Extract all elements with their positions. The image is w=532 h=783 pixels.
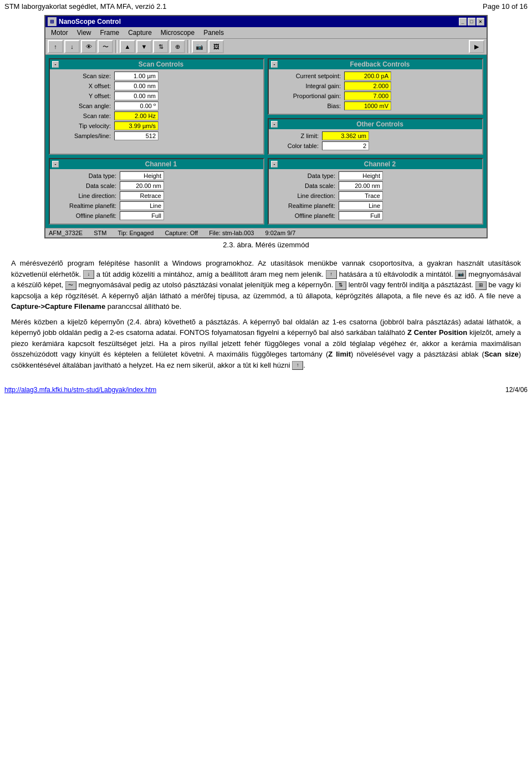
footer-url[interactable]: http://alag3.mfa.kfki.hu/stm-stud/Labgya… [4, 386, 156, 394]
other-minimize-btn[interactable]: - [271, 121, 278, 128]
ch2-minimize-btn[interactable]: - [271, 161, 278, 167]
feedback-minimize-btn[interactable]: - [271, 61, 278, 68]
ch1-value-0[interactable]: Height [120, 171, 164, 180]
ch2-value-2[interactable]: Trace [339, 191, 383, 200]
scan-value-3[interactable]: 0.00 º [114, 101, 158, 110]
feedback-value-2[interactable]: 7.000 [344, 91, 391, 100]
page-header: STM laborgyakorlat segédlet, MTA MFA, ve… [0, 0, 532, 13]
feedback-controls-body: Current setpoint: 200.0 pA Integral gain… [269, 69, 482, 114]
channel1-body: Data type: Height Data scale: 20.00 nm L… [50, 169, 263, 223]
channel1-header: - Channel 1 [50, 159, 263, 169]
toolbar-btn-right[interactable]: ▶ [469, 40, 484, 53]
status-bar: AFM_3732E STM Tip: Engaged Capture: Off … [45, 228, 487, 237]
menu-frame[interactable]: Frame [95, 28, 124, 38]
ch2-value-1[interactable]: 20.00 nm [339, 181, 383, 190]
toolbar-separator-2 [187, 40, 190, 53]
ch2-label-4: Offline planefit: [272, 212, 339, 219]
app-icon: ⊞ [48, 17, 57, 26]
toolbar-btn-1[interactable]: ↑ [48, 40, 63, 53]
ch1-row-4: Offline planefit: Full [53, 211, 260, 220]
toolbar-btn-wave[interactable]: 〜 [98, 40, 113, 53]
toolbar-btn-image[interactable]: 🖼 [208, 40, 224, 53]
freeze-icon: ⊞ [475, 281, 487, 290]
ch1-row-1: Data scale: 20.00 nm [53, 181, 260, 190]
scan-value-4[interactable]: 2.00 Hz [114, 111, 158, 120]
scan-minimize-btn[interactable]: - [52, 61, 59, 68]
menu-panels[interactable]: Panels [199, 28, 228, 38]
maximize-button[interactable]: □ [468, 18, 475, 26]
status-time: 9:02am 9/7 [265, 230, 295, 236]
ch1-row-3: Realtime planefit: Line [53, 201, 260, 210]
minimize-button[interactable]: _ [459, 18, 467, 26]
doc-body: A mérésvezérlõ program felépítése hasonl… [0, 253, 532, 379]
menu-capture[interactable]: Capture [124, 28, 156, 38]
scan-value-5[interactable]: 3.99 µm/s [114, 121, 158, 130]
window-title: NanoScope Control [59, 18, 121, 26]
paragraph-2: Mérés közben a kijelzõ képernyõn (2.4. á… [11, 317, 521, 371]
ch2-row-1: Data scale: 20.00 nm [272, 181, 479, 190]
other-value-0[interactable]: 3.362 um [322, 131, 369, 140]
channel1-panel: - Channel 1 Data type: Height Data scale… [49, 158, 264, 225]
feedback-controls-title: Feedback Controls [280, 60, 480, 68]
ch1-label-0: Data type: [53, 172, 120, 179]
ch1-value-2[interactable]: Retrace [120, 191, 164, 200]
status-file: File: stm-lab.003 [209, 230, 254, 236]
other-label-0: Z limit: [272, 133, 322, 139]
scan-value-6[interactable]: 512 [114, 131, 158, 140]
menu-motor[interactable]: Motor [47, 28, 73, 38]
feedback-value-1[interactable]: 2.000 [344, 82, 391, 90]
ch2-label-2: Line direction: [272, 192, 339, 199]
scan-row-1: X offset: 0.00 nm [53, 82, 260, 90]
scan-row-0: Scan size: 1.00 µm [53, 72, 260, 80]
menu-microscope[interactable]: Microscope [156, 28, 199, 38]
figure-caption: 2.3. ábra. Mérés üzemmód [0, 241, 532, 249]
ch2-value-3[interactable]: Line [339, 201, 383, 210]
ch1-value-3[interactable]: Line [120, 201, 164, 210]
ch1-value-1[interactable]: 20.00 nm [120, 181, 164, 190]
scan-value-1[interactable]: 0.00 nm [114, 82, 158, 90]
feedback-controls-panel: - Feedback Controls Current setpoint: 20… [268, 58, 483, 115]
status-afm: AFM_3732E [49, 230, 83, 236]
toolbar-separator-1 [115, 40, 117, 53]
menu-view[interactable]: View [73, 28, 96, 38]
channel2-body: Data type: Height Data scale: 20.00 nm L… [269, 169, 482, 223]
feedback-controls-header: - Feedback Controls [269, 59, 482, 69]
other-value-1[interactable]: 2 [322, 141, 369, 150]
toolbar-btn-eye[interactable]: 👁 [81, 40, 96, 53]
ch1-minimize-btn[interactable]: - [52, 161, 59, 167]
toolbar-btn-center[interactable]: ⊕ [170, 40, 185, 53]
scan-value-2[interactable]: 0.00 nm [114, 91, 158, 100]
ch2-value-4[interactable]: Full [339, 211, 383, 220]
ch1-label-4: Offline planefit: [53, 212, 120, 219]
other-controls-body: Z limit: 3.362 um Color table: 2 [269, 129, 482, 154]
scan-controls-header: - Scan Controls [50, 59, 263, 69]
toolbar-btn-down[interactable]: ▼ [136, 40, 152, 53]
scan-controls-panel: - Scan Controls Scan size: 1.00 µm X off… [49, 58, 264, 155]
scan-controls-title: Scan Controls [61, 60, 261, 68]
ch2-row-3: Realtime planefit: Line [272, 201, 479, 210]
toolbar-btn-2[interactable]: ↓ [64, 40, 80, 53]
toolbar-btn-camera[interactable]: 📷 [192, 40, 207, 53]
scan-row-2: Y offset: 0.00 nm [53, 91, 260, 100]
ch1-row-2: Line direction: Retrace [53, 191, 260, 200]
status-tip: Tip: Engaged [117, 230, 154, 236]
toolbar-btn-up[interactable]: ▲ [120, 40, 135, 53]
channel2-header: - Channel 2 [269, 159, 482, 169]
ch1-value-4[interactable]: Full [120, 211, 164, 220]
scan-label-0: Scan size: [53, 73, 114, 79]
feedback-value-3[interactable]: 1000 mV [344, 101, 391, 110]
ch2-label-0: Data type: [272, 172, 339, 179]
title-bar-left: ⊞ NanoScope Control [48, 17, 121, 26]
toolbar-btn-move[interactable]: ⇅ [153, 40, 168, 53]
ch2-value-0[interactable]: Height [339, 171, 383, 180]
right-column: - Feedback Controls Current setpoint: 20… [268, 58, 483, 155]
feedback-value-0[interactable]: 200.0 pA [344, 72, 391, 80]
scan-value-0[interactable]: 1.00 µm [114, 72, 158, 80]
close-button[interactable]: × [477, 18, 484, 26]
footer: http://alag3.mfa.kfki.hu/stm-stud/Labgya… [0, 384, 532, 396]
main-content: - Scan Controls Scan size: 1.00 µm X off… [45, 55, 487, 228]
scan-label-3: Scan angle: [53, 103, 114, 109]
feedback-row-3: Bias: 1000 mV [272, 101, 479, 110]
feedback-row-2: Proportional gain: 7.000 [272, 91, 479, 100]
scan-row-5: Tip velocity: 3.99 µm/s [53, 121, 260, 130]
